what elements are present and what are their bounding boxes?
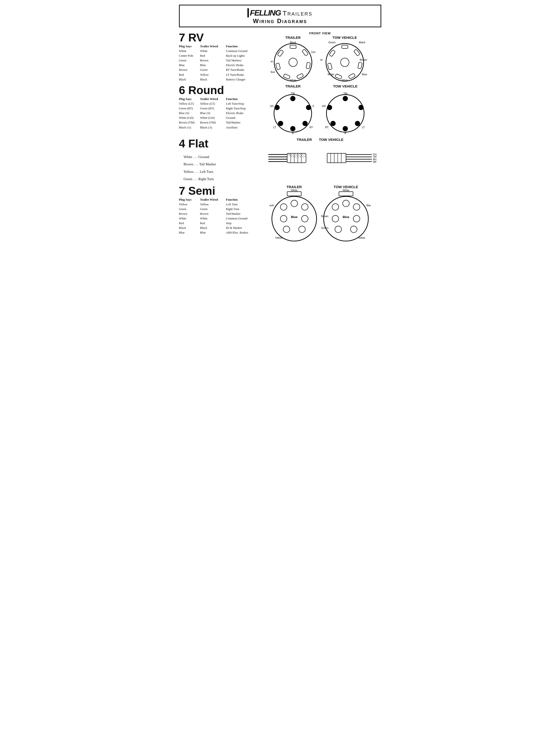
semi7-towvehicle-label: TOW VEHICLE xyxy=(334,185,358,189)
semi7-towvehicle-svg: White Blue Black Brown Green Yellow xyxy=(321,189,371,246)
svg-text:Yellow: Yellow xyxy=(358,236,365,239)
flat4-item-2: Yellow . . . Left Turn xyxy=(184,168,259,176)
svg-point-108 xyxy=(335,226,341,233)
svg-text:S: S xyxy=(312,105,314,107)
flat4-item-1: Brown . . . Tail Marker xyxy=(184,160,259,168)
flat4-title: 4 Flat xyxy=(179,137,259,150)
svg-text:Black: Black xyxy=(290,41,296,44)
svg-point-92 xyxy=(280,216,287,222)
svg-text:Brown: Brown xyxy=(360,58,367,61)
svg-point-35 xyxy=(278,121,283,126)
svg-point-109 xyxy=(350,226,357,233)
svg-point-93 xyxy=(301,216,308,222)
round6-title: 6 Round xyxy=(179,84,259,97)
svg-text:White: White xyxy=(341,79,348,82)
round6-trailer-svg: TM GD S A LT RT xyxy=(270,89,316,136)
svg-point-90 xyxy=(291,200,298,207)
svg-text:LT: LT xyxy=(273,126,276,129)
round6-trailer-diagram: TRAILER TM xyxy=(270,84,316,136)
rv7-towvehicle-label: TOW VEHICLE xyxy=(333,35,357,39)
semi7-section: 7 Semi Plug Says Trailer Wired Function … xyxy=(179,185,259,246)
rv7-diagrams: FRONT VIEW TRAILER xyxy=(259,31,381,82)
rv7-row-2: Green Brown Tail Markers xyxy=(179,58,259,63)
rv7-towvehicle-diagram: TOW VEHICLE Green Black Red White xyxy=(320,35,369,82)
svg-point-106 xyxy=(353,216,360,222)
svg-text:White: White xyxy=(291,189,297,192)
svg-point-36 xyxy=(302,121,308,126)
rv7-row-4: Brown Green RT Turn/Brake xyxy=(179,67,259,72)
svg-text:TM: TM xyxy=(343,92,347,95)
rv7-col3-header: Function xyxy=(226,44,259,48)
svg-rect-99 xyxy=(339,192,353,196)
round6-headers: Plug Says Trailer Wired Function xyxy=(179,97,259,101)
svg-text:GD: GD xyxy=(270,105,274,107)
round6-diagram-row: TRAILER TM xyxy=(270,84,370,136)
semi7-title: 7 Semi xyxy=(179,185,259,197)
rv7-row-5: Red Yellow LT Turn/Brake xyxy=(179,72,259,77)
svg-point-1 xyxy=(289,58,297,66)
rv7-title: 7 RV xyxy=(179,31,259,44)
svg-text:Blue: Blue xyxy=(342,215,349,219)
svg-point-49 xyxy=(355,121,360,126)
semi7-headers: Plug Says Trailer Wired Function xyxy=(179,198,259,202)
round6-towvehicle-diagram: TOW VEHICLE TM GD A RT LT xyxy=(321,84,370,136)
flat4-labels-row: TRAILER TOW VEHICLE xyxy=(259,137,381,141)
rv7-row-6: Black Black Battery Charger xyxy=(179,77,259,82)
svg-point-32 xyxy=(274,105,280,110)
svg-text:GD: GD xyxy=(322,105,326,107)
svg-text:Black: Black xyxy=(270,204,274,207)
semi7-row-4: Red Red Stop xyxy=(179,221,259,226)
svg-point-89 xyxy=(280,204,287,210)
rv7-diagram-row: TRAILER xyxy=(271,35,369,82)
svg-point-34 xyxy=(290,126,295,131)
semi7-row-6: Blue Blue ABS/Elec. Brakes xyxy=(179,230,259,235)
svg-text:Green: Green xyxy=(321,227,328,229)
felling-logo: FELLING xyxy=(247,8,281,17)
svg-text:Blue: Blue xyxy=(362,73,367,76)
semi7-row-1: Green Green Right Turn xyxy=(179,207,259,212)
svg-text:Blue: Blue xyxy=(291,215,297,219)
round6-row-4: Brown (TM) Brown (TM) Tail/Marker xyxy=(179,120,259,125)
svg-text:LT: LT xyxy=(362,126,365,129)
flat4-svg: Green Yellow Brown White xyxy=(264,141,376,172)
round6-row-3: White (GD) White (GD) Ground xyxy=(179,115,259,120)
svg-text:Red: Red xyxy=(320,58,322,61)
flat4-towvehicle-label: TOW VEHICLE xyxy=(319,137,343,141)
svg-text:RT: RT xyxy=(325,126,329,129)
svg-point-105 xyxy=(332,216,339,222)
flat4-diagrams: TRAILER TOW VEHICLE xyxy=(259,137,381,183)
svg-rect-16 xyxy=(342,45,348,48)
flat4-item-3: Green . . . Right Turn xyxy=(184,175,259,183)
svg-point-45 xyxy=(327,105,332,110)
round6-row-2: Blue (S) Blue (S) Electric Brake xyxy=(179,111,259,115)
round6-towvehicle-svg: TM GD A RT LT xyxy=(321,89,370,136)
svg-text:Black: Black xyxy=(359,41,365,44)
semi7-trailer-diagram: TRAILER White Blue xyxy=(270,185,319,246)
svg-text:Green: Green xyxy=(328,41,336,44)
flat4-section: 4 Flat White . . . Ground Brown . . . Ta… xyxy=(179,137,259,183)
semi7-row-5: Black Black ID & Marker xyxy=(179,226,259,230)
round6-row-5: Black (A) Black (A) Auxiliary xyxy=(179,125,259,130)
svg-text:Black: Black xyxy=(366,204,371,207)
svg-point-46 xyxy=(358,105,364,110)
svg-text:Brown: Brown xyxy=(271,60,273,63)
semi7-towvehicle-diagram: TOW VEHICLE White Blue Black Brown xyxy=(321,185,371,246)
svg-point-95 xyxy=(283,226,290,233)
svg-rect-86 xyxy=(287,192,301,196)
rv7-row-0: White White Common Ground xyxy=(179,49,259,53)
round6-trailer-label: TRAILER xyxy=(285,84,301,88)
svg-text:Green: Green xyxy=(311,51,315,53)
svg-point-102 xyxy=(332,204,339,210)
semi7-row-2: Brown Brown Tail/Marker xyxy=(179,212,259,216)
rv7-row-3: Blue Blue Electric Brake xyxy=(179,63,259,67)
svg-point-96 xyxy=(299,226,305,233)
rv7-section: 7 RV Plug Says Trailer Wired Function Wh… xyxy=(179,31,259,82)
front-view-label: FRONT VIEW xyxy=(309,31,331,35)
rv7-col1-header: Plug Says xyxy=(179,44,200,48)
svg-text:White: White xyxy=(290,79,296,82)
rv7-trailer-svg: Black Green White Blue Brown xyxy=(271,40,315,82)
rv7-headers: Plug Says Trailer Wired Function xyxy=(179,44,259,48)
flat4-item-0: White . . . Ground xyxy=(184,153,259,161)
svg-text:A: A xyxy=(344,132,346,134)
rv7-row-1: Center Pole Red Back-up Lights xyxy=(179,53,259,58)
